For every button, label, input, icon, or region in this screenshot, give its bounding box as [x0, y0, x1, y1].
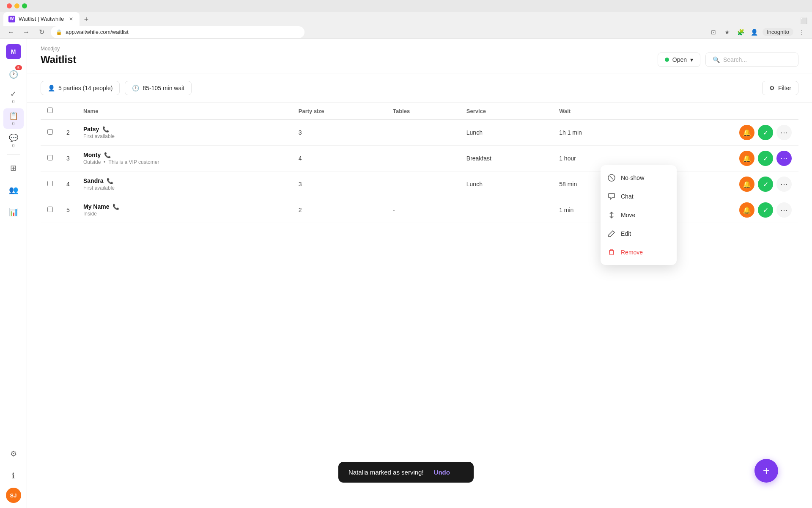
- more-button[interactable]: ⋯: [776, 177, 792, 192]
- profile-icon[interactable]: 👤: [749, 27, 759, 37]
- notify-button[interactable]: 🔔: [739, 125, 754, 140]
- serve-button[interactable]: ✓: [758, 151, 773, 166]
- page-header: Moodjoy Waitlist Open ▾ 🔍 Search...: [27, 39, 812, 74]
- clock-icon: 🕐: [9, 70, 18, 79]
- back-button[interactable]: ←: [5, 26, 17, 38]
- calendar-count: 0: [12, 121, 15, 126]
- phone-icon: 📞: [104, 152, 111, 158]
- row-checkbox[interactable]: [47, 181, 53, 186]
- sidebar-item-check[interactable]: ✓ 0: [3, 86, 24, 107]
- parties-stat[interactable]: 👤 5 parties (14 people): [41, 81, 120, 95]
- sidebar-item-chat[interactable]: 💬 0: [3, 130, 24, 151]
- context-menu: No-show Chat Move Edit: [601, 165, 677, 265]
- serve-button[interactable]: ✓: [758, 125, 773, 140]
- add-fab-button[interactable]: +: [754, 459, 778, 483]
- user-avatar[interactable]: SJ: [6, 488, 21, 503]
- tab-close-button[interactable]: ✕: [68, 16, 74, 22]
- row-checkbox[interactable]: [47, 129, 53, 135]
- more-button[interactable]: ⋯: [776, 202, 792, 218]
- row-number: 5: [60, 197, 77, 223]
- filter-icon: ⚙: [769, 85, 775, 91]
- forward-button[interactable]: →: [20, 26, 32, 38]
- table-row: 5 My Name 📞 Inside 2 - 1 min 🔔 ✓: [41, 197, 798, 223]
- serve-button[interactable]: ✓: [758, 202, 773, 218]
- status-button[interactable]: Open ▾: [658, 52, 700, 67]
- wait-stat[interactable]: 🕐 85-105 min wait: [125, 81, 192, 95]
- row-checkbox[interactable]: [47, 207, 53, 212]
- party-meta: First available: [83, 133, 285, 139]
- maximize-btn[interactable]: [22, 3, 27, 8]
- notify-button[interactable]: 🔔: [739, 151, 754, 166]
- select-all-checkbox[interactable]: [47, 108, 53, 113]
- main-content: Moodjoy Waitlist Open ▾ 🔍 Search...: [27, 39, 812, 508]
- notify-button[interactable]: 🔔: [739, 177, 754, 192]
- table-row: 4 Sandra 📞 First available 3 Lunch 58 mi…: [41, 171, 798, 197]
- row-actions: 🔔 ✓ ⋯: [646, 151, 792, 166]
- more-button[interactable]: ⋯: [776, 125, 792, 140]
- party-meta: Inside: [83, 211, 285, 217]
- extensions-icon[interactable]: 🧩: [735, 27, 746, 37]
- sidebar-item-clock[interactable]: 🕐 5: [3, 64, 24, 85]
- party-name: Patsy 📞: [83, 126, 285, 133]
- row-number: 3: [60, 146, 77, 171]
- close-btn[interactable]: [7, 3, 12, 8]
- table-row: 2 Patsy 📞 First available 3 Lunch 1h 1 m…: [41, 120, 798, 146]
- context-menu-edit[interactable]: Edit: [601, 224, 677, 243]
- row-actions: 🔔 ✓ ⋯: [646, 125, 792, 140]
- more-button[interactable]: ⋯: [776, 151, 792, 166]
- row-party-size: 3: [292, 171, 386, 197]
- chat-icon: 💬: [9, 133, 18, 143]
- context-menu-remove[interactable]: Remove: [601, 243, 677, 262]
- chat-count: 0: [12, 144, 15, 148]
- sidebar: M 🕐 5 ✓ 0 📋 0 💬 0 ⊞ 👥 📊: [0, 39, 27, 508]
- col-name: Name: [77, 102, 292, 120]
- row-party-size: 4: [292, 146, 386, 171]
- new-tab-button[interactable]: +: [80, 14, 92, 26]
- wait-icon: 🕐: [132, 85, 139, 91]
- sidebar-item-help[interactable]: ℹ: [3, 466, 24, 486]
- undo-button[interactable]: Undo: [434, 469, 450, 476]
- sidebar-item-apps[interactable]: ⊞: [3, 158, 24, 178]
- row-checkbox[interactable]: [47, 155, 53, 160]
- row-tables: [386, 146, 460, 171]
- context-menu-chat[interactable]: Chat: [601, 187, 677, 206]
- users-icon: 👥: [9, 185, 18, 195]
- sidebar-item-waitlist[interactable]: 📋 0: [3, 108, 24, 129]
- browser-chrome: W Waitlist | Waitwhile ✕ + ⬜ ← → ↻ 🔒 app…: [0, 0, 812, 39]
- browser-tab[interactable]: W Waitlist | Waitwhile ✕: [3, 12, 80, 26]
- tab-label: Waitlist | Waitwhile: [19, 16, 64, 22]
- breadcrumb: Moodjoy: [41, 46, 798, 52]
- filter-button[interactable]: ⚙ Filter: [762, 81, 798, 95]
- wait-label: 85-105 min wait: [143, 85, 184, 91]
- filter-label: Filter: [778, 85, 791, 91]
- no-show-label: No-show: [621, 174, 644, 181]
- user-initials: SJ: [10, 492, 17, 499]
- header-actions: Open ▾ 🔍 Search...: [658, 52, 798, 67]
- restore-window-button[interactable]: ⬜: [798, 16, 809, 26]
- context-menu-no-show[interactable]: No-show: [601, 168, 677, 187]
- sidebar-logo[interactable]: M: [6, 44, 21, 59]
- context-menu-move[interactable]: Move: [601, 206, 677, 224]
- notify-button[interactable]: 🔔: [739, 202, 754, 218]
- browser-title-bar: [0, 0, 812, 12]
- move-label: Move: [621, 212, 635, 218]
- page-title-row: Waitlist Open ▾ 🔍 Search...: [41, 52, 798, 74]
- search-bar[interactable]: 🔍 Search...: [705, 52, 798, 67]
- search-placeholder: Search...: [723, 56, 747, 63]
- sidebar-item-users[interactable]: 👥: [3, 180, 24, 200]
- address-bar[interactable]: 🔒 app.waitwhile.com/waitlist: [51, 26, 304, 38]
- bookmark-icon[interactable]: ★: [722, 27, 732, 37]
- row-wait: 1h 1 min: [552, 120, 639, 146]
- move-icon: [607, 211, 616, 219]
- serve-button[interactable]: ✓: [758, 177, 773, 192]
- minimize-btn[interactable]: [14, 3, 19, 8]
- party-meta: First available: [83, 185, 285, 191]
- sidebar-item-settings[interactable]: ⚙: [3, 444, 24, 464]
- row-name-cell: Patsy 📞 First available: [77, 120, 292, 146]
- col-tables: Tables: [386, 102, 460, 120]
- sidebar-item-analytics[interactable]: 📊: [3, 202, 24, 222]
- menu-icon[interactable]: ⋮: [797, 27, 807, 37]
- refresh-button[interactable]: ↻: [36, 26, 47, 38]
- row-tables: [386, 171, 460, 197]
- cast-icon[interactable]: ⊡: [708, 27, 719, 37]
